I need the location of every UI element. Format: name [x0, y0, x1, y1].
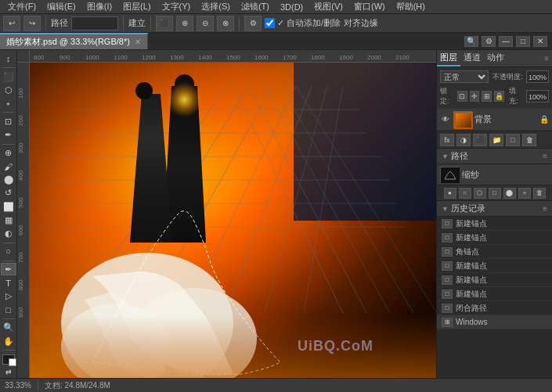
toolbar-shape-1[interactable]: ⬛ [156, 16, 173, 31]
mask-path-icon[interactable]: ⬤ [503, 188, 516, 199]
tool-text[interactable]: T [1, 276, 16, 289]
tool-history[interactable]: ↺ [1, 187, 16, 200]
tool-crop[interactable]: ⊡ [1, 115, 16, 128]
new-path-icon[interactable]: ＋ [518, 188, 531, 199]
history-item-label-7: Windows [456, 318, 488, 326]
tool-eraser[interactable]: ⬜ [1, 200, 16, 213]
minimize-icon[interactable]: — [499, 36, 513, 47]
tool-brush[interactable]: 🖌 [1, 160, 16, 173]
tool-gradient[interactable]: ▦ [1, 214, 16, 226]
tool-eyedrop[interactable]: ✒ [1, 128, 16, 141]
menu-item-window[interactable]: 窗口(W) [349, 0, 390, 13]
menu-item-3d[interactable]: 3D(D) [276, 2, 308, 13]
opacity-value[interactable]: 100% [526, 70, 549, 83]
menu-item-text[interactable]: 文字(Y) [157, 0, 196, 13]
toolbar-sep-1 [45, 16, 46, 31]
group-icon[interactable]: 📁 [489, 134, 503, 146]
tool-zoom[interactable]: 🔍 [1, 322, 16, 334]
status-separator-1 [38, 381, 38, 390]
path-row-dress[interactable]: 缩纱 [437, 164, 552, 185]
tab-layers[interactable]: 图层 [437, 50, 460, 67]
history-item-1[interactable]: □ 新建锚点 [437, 231, 552, 245]
path-to-selection-icon[interactable]: ⬡ [474, 188, 486, 199]
swap-colors-icon[interactable]: ⇄ [5, 368, 12, 376]
tool-path-select[interactable]: ▷ [1, 290, 16, 303]
menu-item-file[interactable]: 文件(F) [3, 0, 41, 13]
selection-to-path-icon[interactable]: □ [489, 188, 501, 199]
delete-path-icon[interactable]: 🗑 [533, 188, 546, 199]
svg-text:800: 800 [17, 279, 24, 290]
history-item-4[interactable]: □ 新建锚点 [437, 273, 552, 287]
tool-spot-heal[interactable]: ⊕ [1, 146, 16, 159]
canvas-area[interactable]: 800 900 1000 1100 1200 1300 1400 1500 16… [17, 50, 436, 378]
history-item-icon-6: □ [442, 304, 453, 313]
history-header[interactable]: ▼ 历史记录 ≡ [437, 201, 552, 217]
auto-add-checkbox[interactable] [265, 18, 275, 28]
foreground-color[interactable] [2, 354, 15, 365]
menu-item-help[interactable]: 帮助(H) [391, 0, 430, 13]
tool-hand[interactable]: ✋ [1, 335, 16, 347]
delete-layer-icon[interactable]: 🗑 [522, 134, 536, 146]
fx-icon[interactable]: fx [440, 134, 454, 146]
close-icon[interactable]: ✕ [533, 36, 547, 47]
tool-marquee[interactable]: ⬛ [1, 70, 16, 83]
toolbar-shape-4[interactable]: ⊗ [217, 16, 234, 31]
history-item-7[interactable]: ⊞ Windows [437, 315, 552, 329]
search-icon[interactable]: 🔍 [464, 36, 478, 47]
tool-blur[interactable]: ◐ [1, 227, 16, 239]
menu-item-view[interactable]: 视图(V) [309, 0, 348, 13]
svg-text:900: 900 [17, 307, 24, 318]
lock-artboard-icon[interactable]: ⊞ [482, 91, 492, 102]
menu-item-image[interactable]: 图像(I) [82, 0, 117, 13]
history-item-3[interactable]: □ 新建锚点 [437, 259, 552, 273]
fill-value[interactable]: 100% [526, 90, 549, 102]
toolbar-shape-3[interactable]: ⊖ [197, 16, 214, 31]
svg-rect-32 [441, 167, 460, 183]
lock-pixels-icon[interactable]: ⊡ [457, 91, 467, 102]
layers-panel-menu[interactable]: ≡ [541, 52, 552, 64]
fill-path-icon[interactable]: ● [444, 188, 456, 199]
menu-item-layer[interactable]: 图层(L) [118, 0, 155, 13]
tab-channels[interactable]: 通道 [460, 50, 484, 67]
adjustment-icon[interactable]: ◑ [456, 134, 471, 146]
menu-item-filter[interactable]: 滤镜(T) [236, 0, 274, 13]
history-item-2[interactable]: □ 角锚点 [437, 245, 552, 259]
menu-item-select[interactable]: 选择(S) [197, 0, 235, 13]
lock-move-icon[interactable]: ✛ [470, 91, 480, 102]
blend-mode-select[interactable]: 正常 [440, 70, 489, 83]
history-item-0[interactable]: □ 新建锚点 [437, 217, 552, 231]
toolbar-icon-1[interactable]: ↩ [3, 16, 20, 31]
toolbar-settings[interactable]: ⚙ [244, 16, 262, 31]
new-layer-icon[interactable]: □ [506, 134, 520, 146]
history-item-5[interactable]: □ 新建锚点 [437, 287, 552, 301]
tool-shape[interactable]: □ [1, 304, 16, 316]
tool-move[interactable]: ↕ [1, 52, 16, 65]
close-tab-icon[interactable]: ✕ [135, 38, 141, 46]
history-title-label: 历史记录 [451, 203, 543, 214]
tool-lasso[interactable]: ⬡ [1, 84, 16, 96]
settings-icon[interactable]: ⚙ [482, 36, 496, 47]
toolbar-icon-2[interactable]: ↪ [23, 16, 41, 31]
paths-menu-icon[interactable]: ≡ [543, 152, 547, 160]
history-item-6[interactable]: □ 闭合路径 [437, 301, 552, 315]
tool-wand[interactable]: ⭒ [1, 97, 16, 110]
mask-icon[interactable]: ⬛ [473, 134, 487, 146]
menu-item-edit[interactable]: 编辑(E) [42, 0, 81, 13]
paths-header[interactable]: ▼ 路径 ≡ [437, 149, 552, 164]
tool-pen[interactable]: ✒ [1, 263, 16, 275]
toolbar-path-input[interactable] [71, 16, 118, 31]
layer-visibility-icon[interactable]: 👁 [440, 114, 451, 125]
history-menu-icon[interactable]: ≡ [543, 204, 547, 213]
document-tab[interactable]: 婚纱素材.psd @ 33.3%(RGB/8*) ✕ [0, 33, 148, 49]
tool-dodge[interactable]: ○ [1, 245, 16, 257]
maximize-icon[interactable]: □ [516, 36, 530, 47]
stroke-path-icon[interactable]: ○ [459, 188, 471, 199]
layer-row-background[interactable]: 👁 背景 🔒 [437, 109, 552, 131]
svg-text:300: 300 [17, 142, 24, 153]
tool-stamp[interactable]: ⬤ [1, 174, 16, 186]
toolbar-shape-2[interactable]: ⊕ [176, 16, 193, 31]
lock-all-icon[interactable]: 🔒 [494, 91, 504, 102]
history-item-icon-3: □ [442, 261, 453, 271]
tab-actions[interactable]: 动作 [484, 50, 507, 67]
fill-label: 填充: [509, 86, 524, 106]
